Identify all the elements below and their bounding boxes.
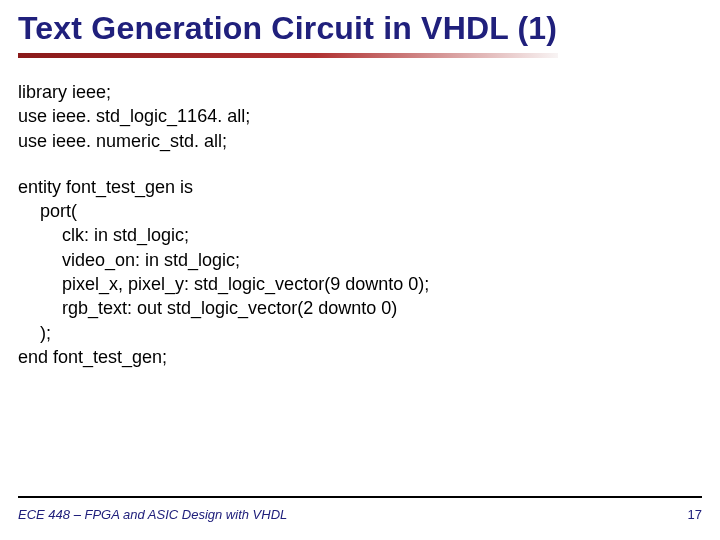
code-line: port( <box>18 199 702 223</box>
code-line: entity font_test_gen is <box>18 175 702 199</box>
footer-rule <box>18 496 702 498</box>
title-underline <box>18 53 558 58</box>
code-line: rgb_text: out std_logic_vector(2 downto … <box>18 296 702 320</box>
page-number: 17 <box>688 507 702 522</box>
slide: Text Generation Circuit in VHDL (1) libr… <box>0 0 720 540</box>
slide-title: Text Generation Circuit in VHDL (1) <box>18 10 702 47</box>
code-line: use ieee. std_logic_1164. all; <box>18 104 702 128</box>
code-line: library ieee; <box>18 80 702 104</box>
code-block: library ieee; use ieee. std_logic_1164. … <box>18 80 702 369</box>
code-line: clk: in std_logic; <box>18 223 702 247</box>
footer-text: ECE 448 – FPGA and ASIC Design with VHDL <box>18 507 287 522</box>
code-line: use ieee. numeric_std. all; <box>18 129 702 153</box>
code-line: end font_test_gen; <box>18 345 702 369</box>
code-line: video_on: in std_logic; <box>18 248 702 272</box>
blank-line <box>18 153 702 175</box>
code-line: pixel_x, pixel_y: std_logic_vector(9 dow… <box>18 272 702 296</box>
code-line: ); <box>18 321 702 345</box>
